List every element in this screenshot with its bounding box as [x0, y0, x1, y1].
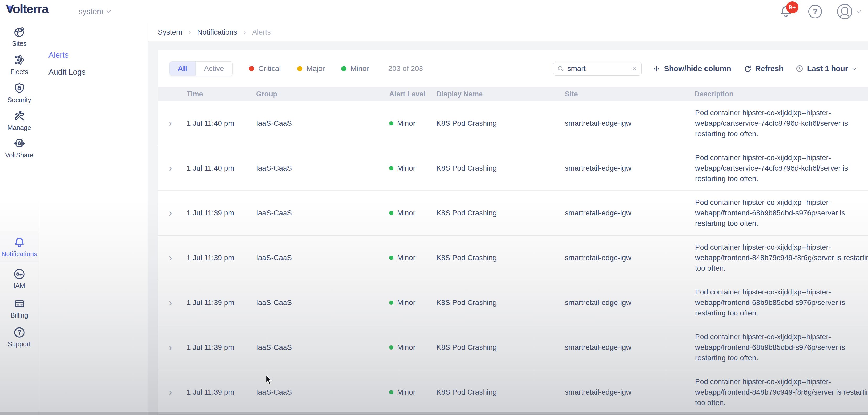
time-range-dropdown[interactable]: Last 1 hour	[796, 64, 857, 73]
cell-time: 1 Jul 11:39 pm	[183, 298, 256, 307]
table-row[interactable]: › 1 Jul 11:39 pm IaaS-CaaS Minor K8S Pod…	[158, 325, 868, 370]
tenant-name: system	[79, 7, 103, 16]
notifications-bell-button[interactable]: 9+	[779, 4, 793, 19]
cell-time: 1 Jul 11:39 pm	[183, 343, 256, 352]
expand-row-chevron-icon[interactable]: ›	[169, 163, 172, 173]
alerts-table-card: All Active Critical Major Minor	[158, 50, 868, 415]
search-icon	[557, 65, 564, 72]
cell-description: Pod container hipster-co-xijddjxp--hipst…	[694, 287, 868, 318]
table-row[interactable]: › 1 Jul 11:39 pm IaaS-CaaS Minor K8S Pod…	[158, 280, 868, 325]
sidebar-item-label: Sites	[12, 40, 27, 47]
col-description[interactable]: Description	[694, 90, 868, 98]
sidebar-item-label: Support	[8, 340, 31, 348]
critical-dot-icon	[249, 66, 254, 71]
cell-display-name: K8S Pod Crashing	[436, 298, 565, 307]
sidebar-item-label: Notifications	[1, 250, 37, 258]
col-time[interactable]: Time	[183, 90, 256, 98]
user-avatar[interactable]	[837, 4, 852, 19]
expand-row-chevron-icon[interactable]: ›	[169, 253, 172, 263]
expand-row-chevron-icon[interactable]: ›	[169, 343, 172, 352]
table-row[interactable]: › 1 Jul 11:40 pm IaaS-CaaS Minor K8S Pod…	[158, 146, 868, 191]
sidebar-item-label: Manage	[7, 124, 31, 131]
sidebar-item-label: IAM	[13, 282, 25, 289]
cell-site: smartretail-edge-igw	[565, 343, 694, 352]
cell-time: 1 Jul 11:40 pm	[183, 119, 256, 128]
severity-dot-icon	[389, 256, 393, 260]
clock-icon	[796, 65, 804, 72]
filter-toolbar: All Active Critical Major Minor	[158, 50, 868, 87]
sidebar-item-manage[interactable]: Manage	[0, 110, 38, 131]
cell-display-name: K8S Pod Crashing	[436, 388, 565, 396]
cell-group: IaaS-CaaS	[256, 119, 389, 128]
chevron-down-icon[interactable]	[857, 10, 861, 13]
cell-time: 1 Jul 11:39 pm	[183, 254, 256, 262]
table-row[interactable]: › 1 Jul 11:39 pm IaaS-CaaS Minor K8S Pod…	[158, 235, 868, 280]
sidebar-item-iam[interactable]: IAM	[0, 268, 38, 289]
cell-display-name: K8S Pod Crashing	[436, 254, 565, 262]
clear-search-icon[interactable]	[631, 66, 638, 71]
breadcrumb-notifications[interactable]: Notifications	[197, 28, 237, 36]
refresh-button[interactable]: Refresh	[743, 64, 784, 73]
show-hide-column-button[interactable]: Show/hide column	[653, 64, 731, 73]
tools-icon	[13, 110, 25, 122]
col-alert-level[interactable]: Alert Level	[389, 90, 436, 98]
topbar: Volterra system 9+ ?	[0, 0, 868, 23]
expand-row-chevron-icon[interactable]: ›	[169, 119, 172, 128]
col-site[interactable]: Site	[565, 90, 694, 98]
secondary-sidebar: Alerts Audit Logs	[39, 23, 148, 415]
search-input[interactable]	[567, 64, 628, 73]
sidebar-item-fleets[interactable]: Fleets	[0, 54, 38, 76]
sidebar-item-security[interactable]: Security	[0, 82, 38, 104]
sidebar-item-billing[interactable]: Billing	[0, 298, 38, 319]
severity-dot-icon	[389, 300, 393, 305]
cell-group: IaaS-CaaS	[256, 164, 389, 172]
alert-level-text: Minor	[397, 254, 415, 262]
shield-lock-icon	[13, 82, 25, 94]
table-row[interactable]: › 1 Jul 11:39 pm IaaS-CaaS Minor K8S Pod…	[158, 191, 868, 235]
cell-group: IaaS-CaaS	[256, 343, 389, 352]
sidebar-active-section: Notifications	[0, 232, 38, 262]
sidebar-item-notifications[interactable]: Notifications	[0, 236, 38, 258]
table-row[interactable]: › 1 Jul 11:39 pm IaaS-CaaS Minor K8S Pod…	[158, 370, 868, 415]
main-content: System › Notifications › Alerts All Acti…	[148, 23, 868, 415]
cell-alert-level: Minor	[389, 388, 436, 396]
expand-row-chevron-icon[interactable]: ›	[169, 298, 172, 308]
refresh-icon	[743, 64, 752, 73]
tab-all[interactable]: All	[169, 62, 195, 76]
columns-icon	[653, 65, 660, 72]
cell-description: Pod container hipster-co-xijddjxp--hipst…	[694, 377, 868, 408]
subnav-item-alerts[interactable]: Alerts	[49, 51, 69, 60]
alert-level-text: Minor	[397, 119, 415, 128]
severity-dot-icon	[389, 345, 393, 350]
severity-dot-icon	[389, 166, 393, 170]
cell-alert-level: Minor	[389, 254, 436, 262]
sidebar-item-sites[interactable]: Sites	[0, 26, 38, 47]
tab-active[interactable]: Active	[195, 62, 232, 76]
sidebar-item-voltshare[interactable]: VoltShare	[0, 137, 38, 159]
subnav-item-audit-logs[interactable]: Audit Logs	[49, 68, 86, 76]
table-row[interactable]: › 1 Jul 11:40 pm IaaS-CaaS Minor K8S Pod…	[158, 101, 868, 146]
cell-group: IaaS-CaaS	[256, 298, 389, 307]
cell-group: IaaS-CaaS	[256, 254, 389, 262]
legend-label: Major	[307, 64, 325, 73]
breadcrumb-system[interactable]: System	[158, 28, 182, 36]
cell-site: smartretail-edge-igw	[565, 388, 694, 396]
cell-description: Pod container hipster-co-xijddjxp--hipst…	[694, 332, 868, 363]
cell-site: smartretail-edge-igw	[565, 254, 694, 262]
expand-row-chevron-icon[interactable]: ›	[169, 387, 172, 397]
severity-dot-icon	[389, 211, 393, 215]
question-circle-icon	[13, 326, 25, 339]
legend-major: Major	[297, 64, 325, 73]
tenant-switcher[interactable]: system	[79, 0, 111, 23]
help-button[interactable]: ?	[808, 5, 822, 18]
cell-group: IaaS-CaaS	[256, 388, 389, 396]
col-group[interactable]: Group	[256, 90, 389, 98]
cell-site: smartretail-edge-igw	[565, 298, 694, 307]
col-display-name[interactable]: Display Name	[436, 90, 565, 98]
sidebar-item-support[interactable]: Support	[0, 326, 38, 348]
volterra-logo[interactable]: Volterra	[6, 2, 48, 17]
cell-display-name: K8S Pod Crashing	[436, 119, 565, 128]
sidebar-item-label: VoltShare	[5, 152, 33, 159]
expand-row-chevron-icon[interactable]: ›	[169, 208, 172, 218]
cell-display-name: K8S Pod Crashing	[436, 209, 565, 217]
